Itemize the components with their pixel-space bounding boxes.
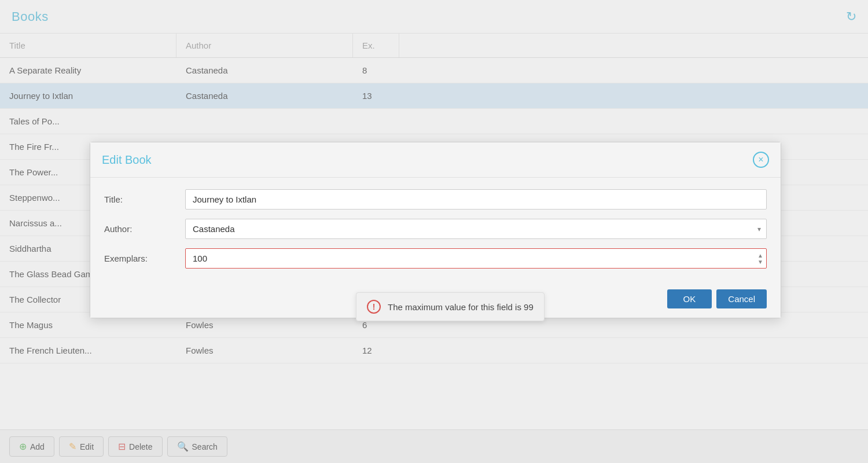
cancel-button[interactable]: Cancel <box>716 289 767 308</box>
author-select-wrapper: Castaneda Fowles Hesse ▾ <box>185 219 767 239</box>
modal-body: Title: Author: Castaneda Fowles Hesse ▾ … <box>90 178 781 289</box>
modal-title: Edit Book <box>102 153 152 167</box>
spinner-arrows: ▲ ▼ <box>757 252 763 264</box>
exemplars-spinner-wrapper: ▲ ▼ <box>185 248 767 269</box>
title-input[interactable] <box>185 189 767 210</box>
modal-close-button[interactable]: × <box>753 152 769 168</box>
exemplars-label: Exemplars: <box>104 253 185 263</box>
title-field-row: Title: <box>104 189 767 210</box>
validation-message: The maximum value for this field is 99 <box>388 302 534 312</box>
validation-tooltip: ! The maximum value for this field is 99 <box>356 292 545 321</box>
ok-button[interactable]: OK <box>667 289 712 308</box>
exemplars-input[interactable] <box>185 248 767 269</box>
author-field-row: Author: Castaneda Fowles Hesse ▾ <box>104 219 767 239</box>
validation-error-icon: ! <box>367 300 381 314</box>
author-label: Author: <box>104 224 185 234</box>
modal-header: Edit Book × <box>90 142 781 178</box>
author-select[interactable]: Castaneda Fowles Hesse <box>185 219 767 239</box>
spinner-up-icon[interactable]: ▲ <box>757 252 763 258</box>
exemplars-field-row: Exemplars: ▲ ▼ <box>104 248 767 269</box>
title-label: Title: <box>104 194 185 204</box>
spinner-down-icon[interactable]: ▼ <box>757 259 763 264</box>
